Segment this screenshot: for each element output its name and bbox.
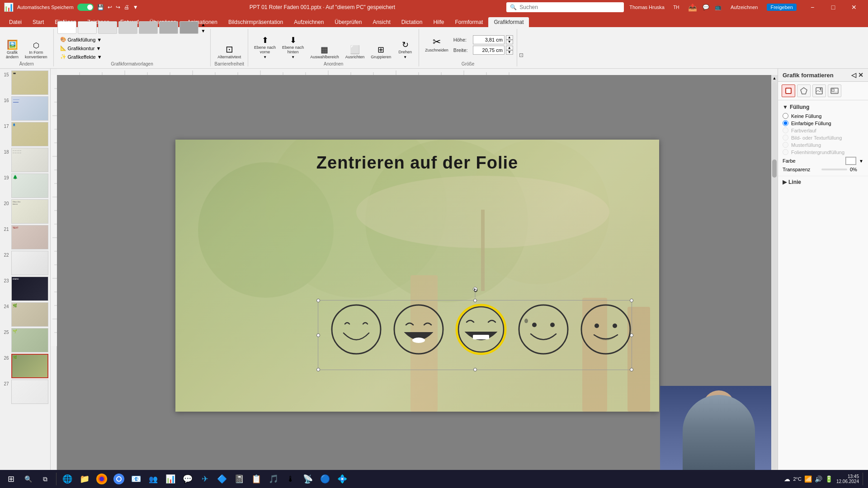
- ausrichten-button[interactable]: ⬜ Ausrichten: [343, 44, 367, 61]
- scroll-up-btn[interactable]: ▲: [772, 75, 778, 81]
- taskbar-app1[interactable]: 🔷: [214, 471, 230, 487]
- fill-tab-icon[interactable]: [782, 84, 795, 97]
- tab-bildschirmprasentation[interactable]: Bildschirmpräsentation: [223, 17, 288, 27]
- panel-close-btn[interactable]: ✕: [858, 71, 863, 79]
- tab-aufzeichnen[interactable]: Aufzeichnen: [288, 17, 329, 27]
- grosse-expand[interactable]: ⊡: [517, 29, 525, 66]
- grafikeffekte-dropdown[interactable]: ✨ Grafikeffekte ▼: [57, 53, 105, 61]
- slide-thumb-22[interactable]: 22: [2, 251, 48, 275]
- slide-thumb-15[interactable]: 15 ⌨: [2, 70, 48, 95]
- einfarbige-fullung-radio[interactable]: [783, 120, 788, 126]
- shape-style-4[interactable]: [118, 21, 137, 34]
- color-picker-box[interactable]: [845, 157, 856, 165]
- slide-thumb-21[interactable]: 21 TEXT: [2, 225, 48, 249]
- ebene-hinten-button[interactable]: ⬇ Ebene nachhinten ▼: [280, 35, 306, 61]
- slide-thumb-20[interactable]: 20 Ohne Zentrieren: [2, 199, 48, 224]
- farbverlauf-radio[interactable]: [783, 127, 788, 133]
- taskbar-skype[interactable]: 💬: [179, 471, 196, 487]
- taskbar-teams[interactable]: 👥: [145, 471, 161, 487]
- taskbar-explorer[interactable]: 📁: [76, 471, 93, 487]
- shape-style-3[interactable]: [98, 21, 117, 34]
- height-down[interactable]: ▼: [506, 40, 513, 44]
- start-button[interactable]: ⊞: [3, 471, 19, 487]
- emoji-2[interactable]: [392, 302, 446, 357]
- gruppieren-button[interactable]: ⊞ Gruppieren: [368, 44, 393, 61]
- image-options-tab-icon[interactable]: [812, 84, 826, 97]
- print-icon[interactable]: 🖨: [124, 4, 129, 10]
- taskbar-app4[interactable]: 🌡: [283, 471, 299, 487]
- slide-img-16[interactable]: ────━━━━: [11, 96, 48, 121]
- taskbar-app6[interactable]: 🔵: [317, 471, 333, 487]
- shape-scroll-arrows[interactable]: ▲ ▼: [200, 22, 207, 34]
- slide-img-27[interactable]: [11, 380, 48, 404]
- comments-icon[interactable]: 💬: [703, 4, 709, 10]
- slide-img-17[interactable]: 👤: [11, 122, 48, 146]
- emoji-3-selected[interactable]: [454, 302, 508, 357]
- save-icon[interactable]: 💾: [97, 4, 104, 10]
- taskbar-telegram[interactable]: ✈: [197, 471, 213, 487]
- search-taskbar-btn[interactable]: 🔍: [20, 471, 36, 487]
- shape-style-5[interactable]: [139, 21, 158, 34]
- taskbar-firefox[interactable]: [94, 471, 110, 487]
- tab-start[interactable]: Start: [27, 17, 49, 27]
- slide-canvas[interactable]: Zentrieren auf der Folie ↻: [175, 140, 659, 412]
- slide-thumb-18[interactable]: 18 — — — —— — — —: [2, 148, 48, 172]
- shape-style-7[interactable]: [179, 21, 198, 34]
- folienhintergrund-radio[interactable]: [783, 149, 788, 155]
- color-dropdown-arrow[interactable]: ▼: [859, 159, 863, 164]
- slide-img-24[interactable]: 🌿: [11, 302, 48, 327]
- slide-thumb-17[interactable]: 17 👤: [2, 122, 48, 146]
- tab-uberprufen[interactable]: Überprüfen: [329, 17, 367, 27]
- tab-hilfe[interactable]: Hilfe: [428, 17, 449, 27]
- minimize-button[interactable]: −: [802, 0, 823, 14]
- tab-grafikformat[interactable]: Grafikformat: [488, 17, 529, 27]
- slide-thumb-27[interactable]: 27: [2, 380, 48, 404]
- tab-datei[interactable]: Datei: [4, 17, 27, 27]
- taskbar-powerpoint[interactable]: 📊: [162, 471, 179, 487]
- picture-tab-icon[interactable]: [828, 84, 841, 97]
- taskview-btn[interactable]: ⧉: [37, 471, 53, 487]
- shape-style-6[interactable]: [159, 21, 178, 34]
- taskbar-app2[interactable]: 📋: [248, 471, 264, 487]
- shape-tab-icon[interactable]: [797, 84, 811, 97]
- emoji-5[interactable]: [579, 302, 633, 357]
- slide-img-22[interactable]: [11, 251, 48, 275]
- drehen-button[interactable]: ↻ Drehen ▼: [395, 39, 415, 61]
- slide-img-21[interactable]: TEXT: [11, 225, 48, 249]
- canvas-area[interactable]: Zentrieren auf der Folie ↻: [57, 75, 778, 476]
- scroll-track[interactable]: [772, 82, 777, 469]
- present-icon[interactable]: 📺: [715, 4, 722, 10]
- slide-img-15[interactable]: ⌨: [11, 70, 48, 95]
- autosave-toggle[interactable]: [77, 4, 94, 11]
- slide-img-20[interactable]: Ohne Zentrieren: [11, 199, 48, 224]
- slide-img-18[interactable]: — — — —— — — —: [11, 148, 48, 172]
- grafikfullung-dropdown[interactable]: 🎨 Grafikfüllung ▼: [57, 36, 105, 43]
- width-up[interactable]: ▲: [506, 46, 513, 50]
- close-button[interactable]: ✕: [844, 0, 864, 14]
- slide-img-26[interactable]: 🌿: [11, 354, 48, 378]
- scroll-thumb[interactable]: [772, 160, 777, 178]
- bild-textur-radio[interactable]: [783, 135, 788, 141]
- slide-thumb-16[interactable]: 16 ────━━━━: [2, 96, 48, 121]
- grafik-andern-button[interactable]: 🖼️ Grafikändern: [4, 39, 21, 61]
- taskbar-edge[interactable]: 🌐: [59, 471, 75, 487]
- shape-style-1[interactable]: [57, 21, 76, 34]
- alternativtext-button[interactable]: ⊡ Alternativtext: [215, 43, 243, 61]
- slide-img-23[interactable]: STATIC: [11, 277, 48, 301]
- slide-img-25[interactable]: 🌱: [11, 328, 48, 352]
- height-input[interactable]: [473, 35, 505, 44]
- tab-formformat[interactable]: Formformat: [449, 17, 488, 27]
- taskbar-app3[interactable]: 🎵: [265, 471, 282, 487]
- redo-icon[interactable]: ↪: [116, 4, 120, 10]
- slide-img-19[interactable]: 🌲: [11, 174, 48, 198]
- slide-thumb-25[interactable]: 25 🌱: [2, 328, 48, 352]
- ebene-vorne-button[interactable]: ⬆ Ebene nachvorne ▼: [252, 35, 278, 61]
- emoji-1[interactable]: [329, 302, 383, 357]
- shape-style-2[interactable]: [78, 21, 97, 34]
- width-down[interactable]: ▼: [506, 50, 513, 55]
- taskbar-app7[interactable]: 💠: [334, 471, 350, 487]
- user-avatar[interactable]: TH: [670, 1, 683, 14]
- more-icon[interactable]: ▼: [133, 4, 138, 10]
- in-form-konvertieren-button[interactable]: ⬡ In Formkonvertieren: [23, 41, 50, 61]
- width-input[interactable]: [473, 46, 505, 55]
